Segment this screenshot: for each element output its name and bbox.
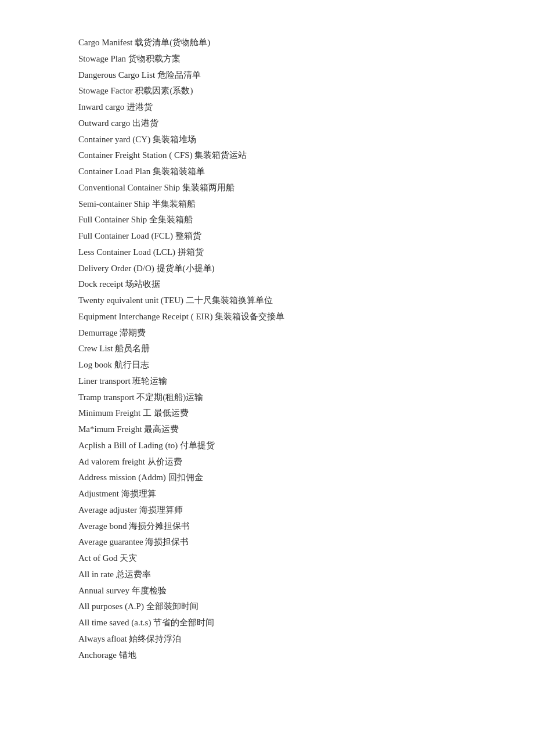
list-item: Ad valorem freight 从价运费 — [78, 454, 456, 470]
list-item: Cargo Manifest 载货清单(货物舱单) — [78, 35, 456, 51]
list-item: All purposes (A.P) 全部装卸时间 — [78, 599, 456, 615]
term-list: Cargo Manifest 载货清单(货物舱单)Stowage Plan 货物… — [78, 35, 456, 663]
list-item: Act of God 天灾 — [78, 550, 456, 567]
list-item: Conventional Container Ship 集装箱两用船 — [78, 180, 456, 196]
list-item: Semi-container Ship 半集装箱船 — [78, 196, 456, 213]
list-item: All in rate 总运费率 — [78, 567, 456, 583]
list-item: Stowage Factor 积载因素(系数) — [78, 83, 456, 99]
list-item: Liner transport 班轮运输 — [78, 373, 456, 390]
list-item: Container Load Plan 集装箱装箱单 — [78, 164, 456, 180]
list-item: Container Freight Station ( CFS) 集装箱货运站 — [78, 147, 456, 164]
list-item: Full Container Load (FCL) 整箱货 — [78, 228, 456, 244]
list-item: Stowage Plan 货物积载方案 — [78, 51, 456, 67]
list-item: Anchorage 锚地 — [78, 647, 456, 664]
list-item: Adjustment 海损理算 — [78, 486, 456, 502]
list-item: Crew List 船员名册 — [78, 341, 456, 357]
list-item: Average guarantee 海损担保书 — [78, 534, 456, 550]
list-item: Address mission (Addm) 回扣佣金 — [78, 470, 456, 486]
list-item: Demurrage 滞期费 — [78, 325, 456, 341]
list-item: Twenty equivalent unit (TEU) 二十尺集装箱换算单位 — [78, 293, 456, 309]
list-item: Delivery Order (D/O) 提货单(小提单) — [78, 261, 456, 277]
list-item: Equipment Interchange Receipt ( EIR) 集装箱… — [78, 309, 456, 325]
list-item: Tramp transport 不定期(租船)运输 — [78, 390, 456, 406]
list-item: Less Container Load (LCL) 拼箱货 — [78, 244, 456, 261]
list-item: Average bond 海损分摊担保书 — [78, 519, 456, 535]
list-item: Container yard (CY) 集装箱堆场 — [78, 132, 456, 148]
list-item: Acplish a Bill of Lading (to) 付单提货 — [78, 438, 456, 454]
list-item: Minimum Freight 工 最低运费 — [78, 405, 456, 422]
list-item: Average adjuster 海损理算师 — [78, 502, 456, 519]
list-item: Annual survey 年度检验 — [78, 583, 456, 599]
list-item: Ma*imum Freight 最高运费 — [78, 422, 456, 438]
list-item: Outward cargo 出港货 — [78, 116, 456, 132]
list-item: Always afloat 始终保持浮泊 — [78, 631, 456, 647]
list-item: Full Container Ship 全集装箱船 — [78, 212, 456, 228]
list-item: Dock receipt 场站收据 — [78, 276, 456, 293]
list-item: Dangerous Cargo List 危险品清单 — [78, 67, 456, 84]
list-item: Inward cargo 进港货 — [78, 99, 456, 116]
list-item: All time saved (a.t.s) 节省的全部时间 — [78, 615, 456, 631]
list-item: Log book 航行日志 — [78, 357, 456, 373]
